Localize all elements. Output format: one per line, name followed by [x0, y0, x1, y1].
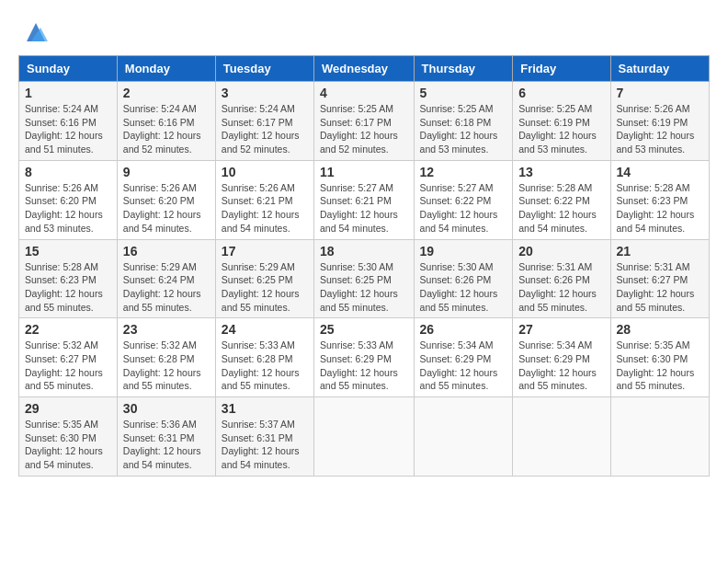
- day-number: 13: [518, 165, 604, 179]
- calendar-cell: 7Sunrise: 5:26 AM Sunset: 6:19 PM Daylig…: [610, 82, 709, 161]
- calendar-cell: 14Sunrise: 5:28 AM Sunset: 6:23 PM Dayli…: [610, 160, 709, 239]
- day-number: 2: [123, 86, 210, 100]
- day-info: Sunrise: 5:35 AM Sunset: 6:30 PM Dayligh…: [25, 418, 111, 472]
- day-info: Sunrise: 5:34 AM Sunset: 6:29 PM Dayligh…: [518, 339, 604, 393]
- day-info: Sunrise: 5:34 AM Sunset: 6:29 PM Dayligh…: [420, 339, 507, 393]
- calendar-header-thursday: Thursday: [414, 56, 513, 82]
- calendar-cell: 31Sunrise: 5:37 AM Sunset: 6:31 PM Dayli…: [215, 397, 313, 477]
- calendar-cell: 25Sunrise: 5:33 AM Sunset: 6:29 PM Dayli…: [314, 318, 415, 397]
- day-number: 30: [123, 401, 210, 416]
- calendar-cell: 20Sunrise: 5:31 AM Sunset: 6:26 PM Dayli…: [513, 239, 610, 318]
- calendar-cell: 30Sunrise: 5:36 AM Sunset: 6:31 PM Dayli…: [117, 397, 215, 477]
- calendar-cell: 22Sunrise: 5:32 AM Sunset: 6:27 PM Dayli…: [19, 318, 118, 397]
- day-number: 3: [222, 86, 308, 100]
- day-number: 1: [25, 86, 111, 100]
- calendar-cell: 17Sunrise: 5:29 AM Sunset: 6:25 PM Dayli…: [215, 239, 313, 318]
- day-number: 10: [222, 165, 308, 179]
- day-number: 26: [420, 322, 507, 337]
- calendar-cell: [314, 397, 415, 477]
- day-number: 21: [617, 244, 703, 259]
- calendar-cell: 10Sunrise: 5:26 AM Sunset: 6:21 PM Dayli…: [215, 160, 313, 239]
- day-info: Sunrise: 5:27 AM Sunset: 6:21 PM Dayligh…: [320, 181, 408, 236]
- calendar-cell: 29Sunrise: 5:35 AM Sunset: 6:30 PM Dayli…: [19, 397, 118, 477]
- day-info: Sunrise: 5:36 AM Sunset: 6:31 PM Dayligh…: [123, 418, 210, 472]
- calendar-week-row: 8Sunrise: 5:26 AM Sunset: 6:20 PM Daylig…: [19, 160, 710, 239]
- day-info: Sunrise: 5:25 AM Sunset: 6:18 PM Dayligh…: [420, 102, 507, 156]
- day-info: Sunrise: 5:32 AM Sunset: 6:28 PM Dayligh…: [123, 339, 210, 393]
- day-info: Sunrise: 5:31 AM Sunset: 6:26 PM Dayligh…: [518, 260, 604, 315]
- day-info: Sunrise: 5:26 AM Sunset: 6:20 PM Dayligh…: [25, 181, 111, 236]
- day-number: 17: [222, 244, 308, 259]
- day-info: Sunrise: 5:31 AM Sunset: 6:27 PM Dayligh…: [617, 260, 703, 315]
- day-number: 15: [25, 244, 111, 259]
- logo: [18, 18, 50, 46]
- day-number: 22: [25, 322, 111, 337]
- calendar-week-row: 22Sunrise: 5:32 AM Sunset: 6:27 PM Dayli…: [19, 318, 710, 397]
- day-info: Sunrise: 5:30 AM Sunset: 6:26 PM Dayligh…: [420, 260, 507, 315]
- calendar-header-monday: Monday: [117, 56, 215, 82]
- calendar-cell: 27Sunrise: 5:34 AM Sunset: 6:29 PM Dayli…: [513, 318, 610, 397]
- calendar-cell: 2Sunrise: 5:24 AM Sunset: 6:16 PM Daylig…: [117, 82, 215, 161]
- day-number: 19: [420, 244, 507, 259]
- day-info: Sunrise: 5:33 AM Sunset: 6:28 PM Dayligh…: [222, 339, 308, 393]
- calendar-cell: 18Sunrise: 5:30 AM Sunset: 6:25 PM Dayli…: [314, 239, 415, 318]
- calendar-cell: 19Sunrise: 5:30 AM Sunset: 6:26 PM Dayli…: [414, 239, 513, 318]
- day-number: 31: [222, 401, 308, 416]
- calendar-cell: 8Sunrise: 5:26 AM Sunset: 6:20 PM Daylig…: [19, 160, 118, 239]
- calendar-cell: 9Sunrise: 5:26 AM Sunset: 6:20 PM Daylig…: [117, 160, 215, 239]
- calendar-header-tuesday: Tuesday: [215, 56, 313, 82]
- day-info: Sunrise: 5:26 AM Sunset: 6:20 PM Dayligh…: [123, 181, 210, 236]
- calendar-cell: 24Sunrise: 5:33 AM Sunset: 6:28 PM Dayli…: [215, 318, 313, 397]
- day-info: Sunrise: 5:24 AM Sunset: 6:17 PM Dayligh…: [222, 102, 308, 156]
- day-info: Sunrise: 5:32 AM Sunset: 6:27 PM Dayligh…: [25, 339, 111, 393]
- calendar-cell: 13Sunrise: 5:28 AM Sunset: 6:22 PM Dayli…: [513, 160, 610, 239]
- day-number: 14: [617, 165, 703, 179]
- calendar-cell: 3Sunrise: 5:24 AM Sunset: 6:17 PM Daylig…: [215, 82, 313, 161]
- day-info: Sunrise: 5:25 AM Sunset: 6:19 PM Dayligh…: [518, 102, 604, 156]
- calendar-week-row: 29Sunrise: 5:35 AM Sunset: 6:30 PM Dayli…: [19, 397, 710, 477]
- day-info: Sunrise: 5:35 AM Sunset: 6:30 PM Dayligh…: [617, 339, 703, 393]
- page-header: [18, 18, 710, 46]
- calendar-table: SundayMondayTuesdayWednesdayThursdayFrid…: [18, 55, 710, 477]
- calendar-cell: 16Sunrise: 5:29 AM Sunset: 6:24 PM Dayli…: [117, 239, 215, 318]
- day-number: 23: [123, 322, 210, 337]
- day-info: Sunrise: 5:27 AM Sunset: 6:22 PM Dayligh…: [420, 181, 507, 236]
- day-number: 6: [518, 86, 604, 100]
- calendar-cell: 15Sunrise: 5:28 AM Sunset: 6:23 PM Dayli…: [19, 239, 118, 318]
- logo-icon: [22, 18, 50, 46]
- day-number: 5: [420, 86, 507, 100]
- calendar-cell: 6Sunrise: 5:25 AM Sunset: 6:19 PM Daylig…: [513, 82, 610, 161]
- day-info: Sunrise: 5:29 AM Sunset: 6:25 PM Dayligh…: [222, 260, 308, 315]
- calendar-week-row: 15Sunrise: 5:28 AM Sunset: 6:23 PM Dayli…: [19, 239, 710, 318]
- day-info: Sunrise: 5:26 AM Sunset: 6:19 PM Dayligh…: [617, 102, 703, 156]
- calendar-cell: 28Sunrise: 5:35 AM Sunset: 6:30 PM Dayli…: [610, 318, 709, 397]
- calendar-cell: [610, 397, 709, 477]
- calendar-header-row: SundayMondayTuesdayWednesdayThursdayFrid…: [19, 56, 710, 82]
- calendar-cell: 23Sunrise: 5:32 AM Sunset: 6:28 PM Dayli…: [117, 318, 215, 397]
- calendar-cell: 26Sunrise: 5:34 AM Sunset: 6:29 PM Dayli…: [414, 318, 513, 397]
- day-info: Sunrise: 5:29 AM Sunset: 6:24 PM Dayligh…: [123, 260, 210, 315]
- day-info: Sunrise: 5:28 AM Sunset: 6:23 PM Dayligh…: [617, 181, 703, 236]
- day-number: 28: [617, 322, 703, 337]
- day-info: Sunrise: 5:24 AM Sunset: 6:16 PM Dayligh…: [25, 102, 111, 156]
- day-info: Sunrise: 5:28 AM Sunset: 6:23 PM Dayligh…: [25, 260, 111, 315]
- calendar-week-row: 1Sunrise: 5:24 AM Sunset: 6:16 PM Daylig…: [19, 82, 710, 161]
- day-number: 25: [320, 322, 408, 337]
- calendar-cell: 21Sunrise: 5:31 AM Sunset: 6:27 PM Dayli…: [610, 239, 709, 318]
- day-number: 12: [420, 165, 507, 179]
- day-number: 18: [320, 244, 408, 259]
- calendar-cell: 4Sunrise: 5:25 AM Sunset: 6:17 PM Daylig…: [314, 82, 415, 161]
- calendar-header-sunday: Sunday: [19, 56, 118, 82]
- calendar-header-wednesday: Wednesday: [314, 56, 415, 82]
- calendar-cell: 12Sunrise: 5:27 AM Sunset: 6:22 PM Dayli…: [414, 160, 513, 239]
- day-number: 11: [320, 165, 408, 179]
- calendar-cell: 11Sunrise: 5:27 AM Sunset: 6:21 PM Dayli…: [314, 160, 415, 239]
- day-info: Sunrise: 5:37 AM Sunset: 6:31 PM Dayligh…: [222, 418, 308, 472]
- day-info: Sunrise: 5:26 AM Sunset: 6:21 PM Dayligh…: [222, 181, 308, 236]
- calendar-cell: [414, 397, 513, 477]
- day-number: 20: [518, 244, 604, 259]
- day-number: 7: [617, 86, 703, 100]
- day-info: Sunrise: 5:24 AM Sunset: 6:16 PM Dayligh…: [123, 102, 210, 156]
- calendar-header-saturday: Saturday: [610, 56, 709, 82]
- day-number: 9: [123, 165, 210, 179]
